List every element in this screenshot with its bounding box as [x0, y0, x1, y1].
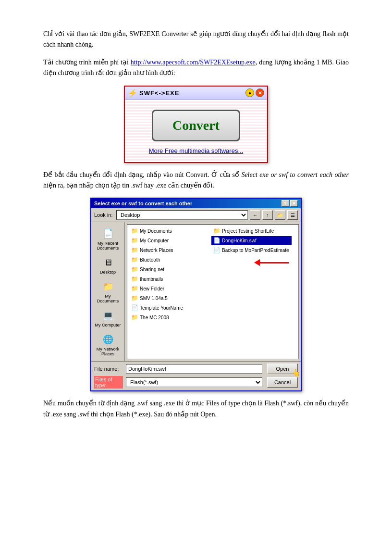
filename-field-row: File name:: [94, 364, 262, 374]
cancel-btn-label: Cancel: [274, 379, 291, 385]
sidebar-my-documents[interactable]: 📁 My Documents: [93, 278, 123, 306]
sidebar-recent-docs[interactable]: 📄 My Recent Documents: [93, 225, 123, 253]
folder-icon: 📁: [131, 285, 138, 292]
paragraph-3: Để bắt đầu chuyển đổi định dạng, nhấp và…: [43, 170, 349, 191]
file-name: SMV 1.04a.5: [140, 296, 168, 301]
cancel-button-wrapper: Cancel: [267, 377, 298, 388]
filetype-row: Files of type: Flash(*.swf) Cancel: [94, 376, 298, 389]
file-row-1: 📁 My Documents 📁 Project Testing ShortLi…: [129, 226, 296, 235]
file-item[interactable]: 📁 New Folder: [129, 284, 209, 293]
app-title-text: SWF<->EXE: [139, 89, 179, 97]
folder-icon: 📁: [131, 314, 138, 321]
recent-docs-icon: 📄: [101, 227, 115, 240]
folder-icon: 📁: [131, 237, 138, 244]
filetype-field-row: Files of type: Flash(*.swf): [94, 376, 262, 389]
convert-button[interactable]: Convert: [152, 110, 240, 141]
file-name: The MC 2008: [140, 315, 169, 320]
file-item[interactable]: 📁 The MC 2008: [129, 313, 209, 322]
new-folder-button[interactable]: 📁: [275, 210, 285, 220]
file-row-9: 📄 Template YourName: [129, 303, 296, 312]
file-name: Template YourName: [140, 305, 183, 311]
cancel-button[interactable]: Cancel: [267, 377, 298, 388]
paragraph-2: Tải chương trình miễn phí tại http://www…: [43, 57, 349, 79]
file-item-selected[interactable]: 📄 DongHoKim.swf: [211, 236, 292, 245]
file-item[interactable]: 📁 Project Testing ShortLife: [211, 226, 292, 235]
filename-label: File name:: [94, 366, 123, 372]
file-item[interactable]: 📁 Bluetooth: [129, 255, 209, 264]
file-row-5: 📁 Sharing net: [129, 265, 296, 274]
file-name: My Computer: [140, 238, 169, 243]
folder-icon: 📁: [131, 256, 138, 263]
arrow-head: [254, 259, 260, 266]
file-row-10: 📁 The MC 2008: [129, 313, 296, 322]
open-btn-label: Open: [276, 366, 289, 372]
file-item[interactable]: 📄 Backup to MoPartProdEstimate: [211, 246, 292, 254]
sidebar-network[interactable]: 🌐 My Network Places: [93, 331, 123, 359]
folder-icon: 📁: [131, 266, 138, 273]
file-row-8: 📁 SMV 1.04a.5: [129, 294, 296, 302]
para3-before: Để bắt đầu chuyển đổi định dạng, nhấp và…: [43, 171, 241, 178]
view-button[interactable]: ☰: [287, 210, 298, 220]
para3-italic: Select exe or swf to convert each other: [241, 171, 349, 178]
file-item[interactable]: 📄 Template YourName: [129, 303, 209, 312]
dialog-title: Select exe or swf to convert each other: [94, 201, 192, 206]
swf-file-icon: 📄: [213, 237, 220, 244]
file-name: thumbnails: [140, 276, 163, 282]
app-window-controls: ● ✕: [245, 88, 264, 97]
arrow-line: [260, 262, 289, 264]
sidebar-desktop[interactable]: 🖥 Desktop: [93, 254, 123, 277]
file-item[interactable]: 📁 My Computer: [129, 236, 209, 245]
dialog-help-button[interactable]: ?: [282, 200, 289, 207]
close-button[interactable]: ✕: [256, 88, 264, 97]
file-name: Network Places: [140, 248, 173, 253]
minimize-button[interactable]: ●: [245, 88, 254, 97]
filename-input[interactable]: [126, 364, 262, 374]
network-icon: 🌐: [101, 333, 115, 346]
app-icon: ⚡: [128, 88, 137, 98]
file-dialog: Select exe or swf to convert each other …: [90, 198, 302, 391]
file-item[interactable]: 📁 Network Places: [129, 246, 209, 254]
doc-icon: 📄: [213, 247, 220, 253]
recent-docs-label: My Recent Documents: [95, 241, 121, 251]
lookin-select[interactable]: Desktop: [116, 210, 248, 220]
sidebar-my-computer[interactable]: 💻 My Computer: [93, 307, 123, 330]
app-titlebar: ⚡ SWF<->EXE ● ✕: [125, 87, 267, 100]
download-link[interactable]: http://www.apecsoft.com/SWF2EXEsetup.exe: [131, 59, 256, 66]
file-item[interactable]: 📁 thumbnails: [129, 275, 209, 283]
file-name: New Folder: [140, 286, 164, 291]
dialog-titlebar: Select exe or swf to convert each other …: [91, 199, 301, 208]
file-dialog-wrapper: Select exe or swf to convert each other …: [90, 198, 302, 391]
file-item[interactable]: 📁 Sharing net: [129, 265, 209, 274]
desktop-icon: 🖥: [101, 256, 115, 269]
para1-text: Chỉ với vài thao tác đơn giản, SWF2EXE C…: [43, 30, 349, 48]
filename-row: File name: Open 👆: [94, 364, 298, 374]
dialog-toolbar: Look in: Desktop ← ↑ 📁 ☰: [91, 208, 301, 222]
dialog-close-button[interactable]: ✕: [290, 200, 298, 207]
dialog-bottom: File name: Open 👆 Files of type: Flash(*…: [91, 361, 301, 390]
file-item[interactable]: 📁 SMV 1.04a.5: [129, 294, 209, 302]
arrow-indicator: [254, 259, 289, 266]
para4-text: Nếu muốn chuyển từ định dạng .swf sang .…: [43, 400, 349, 417]
file-name: Project Testing ShortLife: [222, 228, 274, 234]
dialog-buttons: Open 👆: [267, 364, 298, 374]
lookin-label: Look in:: [94, 212, 114, 218]
more-link[interactable]: More Free multimedia softwares...: [149, 147, 244, 154]
paragraph-4: Nếu muốn chuyển từ định dạng .swf sang .…: [43, 398, 349, 420]
back-button[interactable]: ←: [250, 210, 260, 220]
my-docs-label: My Documents: [95, 294, 121, 304]
dialog-sidebar: 📄 My Recent Documents 🖥 Desktop 📁 My Doc…: [91, 222, 125, 361]
filetype-select[interactable]: Flash(*.swf): [126, 377, 262, 387]
my-computer-icon: 💻: [101, 309, 115, 322]
file-row-6: 📁 thumbnails: [129, 275, 296, 283]
filetype-label: Files of type:: [94, 376, 123, 389]
open-button[interactable]: Open 👆: [267, 364, 298, 374]
cursor-icon: 👆: [292, 369, 300, 377]
up-button[interactable]: ↑: [262, 210, 273, 220]
file-name-selected: DongHoKim.swf: [222, 238, 257, 243]
network-label: My Network Places: [95, 347, 121, 357]
app-body: Convert More Free multimedia softwares..…: [125, 100, 267, 162]
file-item[interactable]: 📁 My Documents: [129, 226, 209, 235]
folder-icon: 📁: [213, 227, 220, 234]
swf2exe-app-window: ⚡ SWF<->EXE ● ✕ Convert More Free multim…: [124, 86, 268, 163]
file-row-7: 📁 New Folder: [129, 284, 296, 293]
